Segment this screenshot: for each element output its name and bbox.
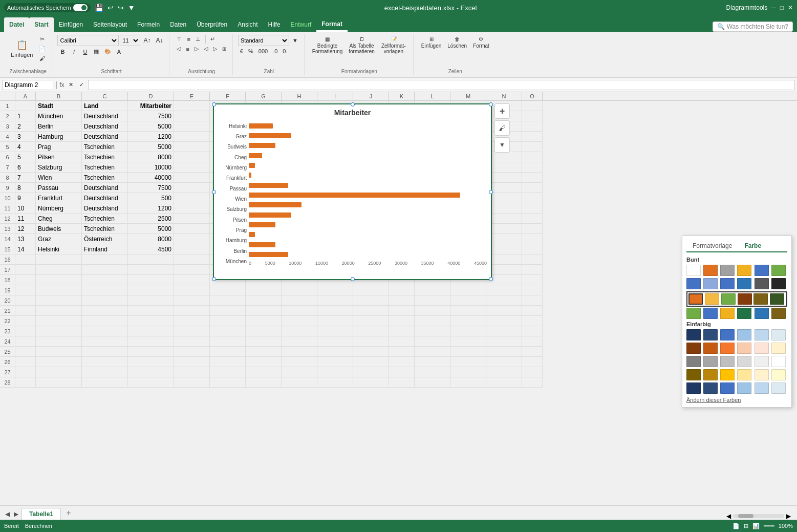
tab-hilfe[interactable]: Hilfe: [263, 17, 286, 32]
increase-indent-btn[interactable]: ▷: [211, 45, 219, 53]
color-swatch[interactable]: [686, 369, 701, 380]
handle-top[interactable]: [351, 102, 355, 107]
color-swatch[interactable]: [686, 343, 701, 354]
color-swatch[interactable]: [737, 308, 751, 319]
handle-bottom[interactable]: [351, 277, 355, 281]
col-header-d[interactable]: D: [128, 92, 174, 100]
chart-bar[interactable]: [249, 212, 291, 218]
col-header-o[interactable]: O: [522, 92, 543, 100]
color-swatch[interactable]: [720, 278, 735, 289]
number-format-select[interactable]: Standard: [238, 35, 289, 46]
col-header-c[interactable]: C: [82, 92, 128, 100]
tab-seitenlayout[interactable]: Seitenlayout: [88, 17, 132, 32]
cut-btn[interactable]: ✂: [36, 35, 48, 44]
color-swatch[interactable]: [705, 293, 719, 305]
color-swatch[interactable]: [720, 369, 735, 380]
einfuegen-btn[interactable]: 📋 Einfügen: [8, 38, 35, 59]
color-swatch[interactable]: [720, 265, 735, 276]
number-dropdown-btn[interactable]: ▼: [290, 36, 300, 45]
percent-btn[interactable]: %: [246, 47, 255, 55]
search-box[interactable]: 🔍 Was möchten Sie tun?: [713, 22, 793, 32]
color-swatch[interactable]: [755, 329, 769, 341]
copy-btn[interactable]: 📄: [36, 45, 48, 53]
cell-styles-btn[interactable]: 📝 Zellformat-vorlagen: [378, 35, 409, 56]
wrap-text-btn[interactable]: ↵: [208, 35, 217, 44]
color-swatch[interactable]: [770, 293, 784, 305]
chart-bar[interactable]: [249, 202, 301, 207]
color-swatch[interactable]: [686, 382, 701, 394]
confirm-formula-btn[interactable]: ✓: [77, 80, 86, 89]
col-header-k[interactable]: K: [389, 92, 415, 100]
font-color-btn[interactable]: A: [114, 48, 124, 56]
maximize-btn[interactable]: □: [780, 4, 784, 11]
format-cells-btn[interactable]: ⚙ Format: [470, 35, 492, 50]
tab-daten[interactable]: Daten: [165, 17, 191, 32]
color-swatch[interactable]: [753, 293, 768, 305]
font-name-select[interactable]: Calibri: [57, 35, 119, 46]
color-swatch[interactable]: [703, 369, 718, 380]
color-swatch[interactable]: [755, 356, 769, 367]
color-swatch[interactable]: [737, 356, 751, 367]
minimize-btn[interactable]: ─: [771, 4, 776, 11]
col-header-m[interactable]: M: [450, 92, 486, 100]
tab-farbe[interactable]: Farbe: [738, 240, 767, 252]
col-header-f[interactable]: F: [210, 92, 246, 100]
color-swatch[interactable]: [688, 293, 703, 305]
chart-bar[interactable]: [249, 133, 291, 138]
color-swatch[interactable]: [755, 369, 769, 380]
color-swatch[interactable]: [737, 329, 751, 341]
currency-btn[interactable]: €: [238, 47, 245, 55]
border-btn[interactable]: ▦: [91, 47, 101, 56]
chart-bar[interactable]: [249, 252, 288, 257]
chart-style-btn[interactable]: 🖌: [494, 120, 510, 136]
bold-btn[interactable]: B: [57, 48, 68, 56]
color-swatch[interactable]: [737, 265, 751, 276]
save-icon[interactable]: 💾: [95, 4, 103, 12]
col-header-h[interactable]: H: [282, 92, 317, 100]
col-header-n[interactable]: N: [486, 92, 522, 100]
color-swatch[interactable]: [703, 278, 718, 289]
tab-entwurf[interactable]: Entwurf: [286, 17, 317, 32]
col-header-b[interactable]: B: [36, 92, 82, 100]
decrease-decimal-btn[interactable]: 0.: [281, 47, 289, 55]
color-swatch[interactable]: [755, 308, 769, 319]
chart-bar[interactable]: [249, 163, 255, 168]
color-swatch[interactable]: [703, 329, 718, 341]
chart-bar[interactable]: [249, 193, 460, 198]
chart-bar[interactable]: [249, 183, 288, 188]
align-middle-btn[interactable]: ≡: [185, 35, 192, 44]
color-swatch[interactable]: [703, 343, 718, 354]
col-header-a[interactable]: A: [15, 92, 36, 100]
handle-left[interactable]: [212, 190, 216, 194]
color-swatch[interactable]: [720, 343, 735, 354]
color-swatch[interactable]: [755, 382, 769, 394]
handle-br[interactable]: [489, 277, 493, 281]
formula-input[interactable]: [88, 80, 795, 90]
color-swatch[interactable]: [771, 369, 786, 380]
align-bottom-btn[interactable]: ⊥: [193, 35, 203, 44]
color-swatch[interactable]: [703, 265, 718, 276]
color-swatch[interactable]: [755, 265, 769, 276]
cancel-formula-btn[interactable]: ✕: [67, 80, 75, 89]
align-left-btn[interactable]: ◁: [175, 45, 183, 53]
tab-einfuegen[interactable]: Einfügen: [54, 17, 88, 32]
align-right-btn[interactable]: ▷: [192, 45, 201, 53]
color-swatch[interactable]: [721, 293, 736, 305]
underline-btn[interactable]: U: [80, 48, 90, 56]
chart-bar[interactable]: [249, 173, 251, 178]
format-painter-btn[interactable]: 🖌: [36, 54, 48, 62]
italic-btn[interactable]: I: [69, 48, 79, 56]
color-swatch[interactable]: [738, 293, 752, 305]
color-swatch[interactable]: [720, 329, 735, 341]
align-top-btn[interactable]: ⊤: [175, 35, 184, 44]
panel-footer[interactable]: Ändern dieser Farben: [686, 397, 787, 403]
tab-start[interactable]: Start: [29, 17, 53, 32]
h-scrollbar[interactable]: [733, 514, 784, 518]
chart-filter-btn[interactable]: ▼: [494, 137, 510, 153]
handle-right[interactable]: [489, 190, 493, 194]
name-box[interactable]: [2, 80, 53, 90]
chart-bar[interactable]: [249, 222, 275, 227]
color-swatch[interactable]: [755, 278, 769, 289]
color-swatch[interactable]: [771, 329, 786, 341]
color-swatch[interactable]: [720, 308, 735, 319]
